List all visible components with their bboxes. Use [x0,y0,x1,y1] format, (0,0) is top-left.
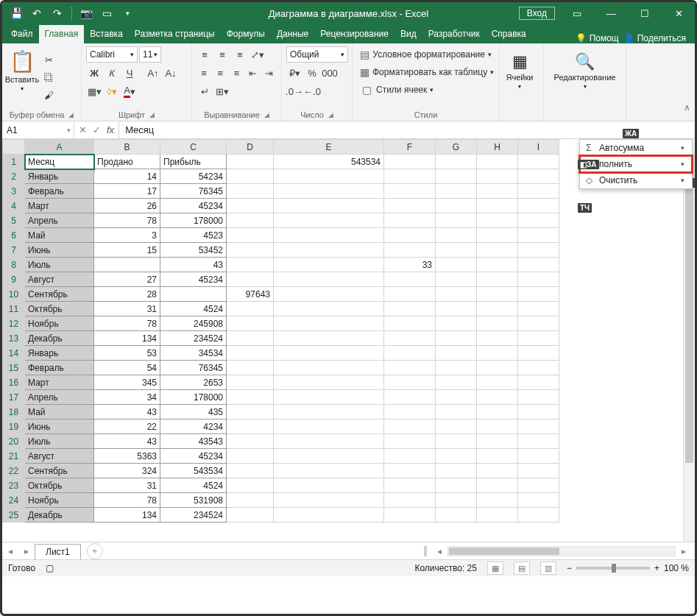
close-button[interactable]: ✕ [662,2,695,24]
borders-icon[interactable]: ▦▾ [86,83,102,99]
cell-H14[interactable] [477,346,518,361]
cell-E22[interactable] [274,464,384,478]
row-header-2[interactable]: 2 [3,169,25,184]
cell-D21[interactable] [227,449,274,464]
cell-B7[interactable]: 15 [94,243,160,258]
cell-I5[interactable] [518,213,559,228]
cell-F13[interactable] [384,331,436,346]
cell-B1[interactable]: Продано [94,155,160,169]
align-middle-icon[interactable]: ≡ [214,46,230,63]
cell-F5[interactable] [384,213,436,228]
cell-A1[interactable]: Месяц [25,155,94,169]
row-header-19[interactable]: 19 [3,419,25,434]
cell-E23[interactable] [274,478,384,493]
cell-D17[interactable] [227,390,274,405]
horizontal-scrollbar[interactable] [447,546,676,556]
conditional-format-button[interactable]: ▤Условное форматирование▾ [357,46,495,63]
cell-C13[interactable]: 234524 [160,331,227,346]
maximize-button[interactable]: ☐ [629,2,661,24]
cell-C9[interactable]: 45234 [160,272,227,287]
ribbon-options-icon[interactable]: ▭ [561,2,593,24]
cell-C15[interactable]: 76345 [160,361,227,375]
cell-D10[interactable]: 97643 [227,287,274,302]
cell-B3[interactable]: 17 [94,184,160,199]
cell-A19[interactable]: Июнь [25,419,94,434]
cell-H20[interactable] [477,434,518,449]
cell-G16[interactable] [436,375,477,390]
cell-B10[interactable]: 28 [94,287,160,302]
cell-H25[interactable] [477,508,518,523]
cell-H13[interactable] [477,331,518,346]
cell-C22[interactable]: 543534 [160,464,227,478]
font-dialog-icon[interactable]: ◢ [149,111,155,118]
wrap-text-icon[interactable]: ↵ [197,83,213,99]
cell-I2[interactable] [518,169,559,184]
cell-F12[interactable] [384,316,436,331]
cell-F24[interactable] [384,493,436,508]
cell-H23[interactable] [477,478,518,493]
cell-D20[interactable] [227,434,274,449]
view-page-break-icon[interactable]: ▥ [540,562,556,575]
cell-G15[interactable] [436,361,477,375]
cell-A22[interactable]: Сентябрь [25,464,94,478]
hscroll-left-icon[interactable]: ◂ [431,546,447,556]
cell-A13[interactable]: Декабрь [25,331,94,346]
hscroll-right-icon[interactable]: ▸ [676,546,692,556]
cell-F15[interactable] [384,361,436,375]
cell-B19[interactable]: 22 [94,419,160,434]
cell-F1[interactable] [384,155,436,169]
cell-H2[interactable] [477,169,518,184]
cell-H17[interactable] [477,390,518,405]
cell-G10[interactable] [436,287,477,302]
cell-G8[interactable] [436,258,477,272]
cell-H21[interactable] [477,449,518,464]
zoom-level[interactable]: 100 % [664,563,689,573]
align-top-icon[interactable]: ≡ [197,46,213,63]
cell-H4[interactable] [477,199,518,213]
row-header-14[interactable]: 14 [3,346,25,361]
zoom-slider[interactable] [576,567,650,570]
cell-H18[interactable] [477,405,518,419]
cell-B8[interactable] [94,258,160,272]
row-header-10[interactable]: 10 [3,287,25,302]
editing-button[interactable]: 🔍Редактирование▾ [548,46,621,95]
cell-E13[interactable] [274,331,384,346]
cell-C1[interactable]: Прибыль [160,155,227,169]
cell-F3[interactable] [384,184,436,199]
cell-A7[interactable]: Июнь [25,243,94,258]
row-header-1[interactable]: 1 [3,155,25,169]
col-header-G[interactable]: G [436,140,477,155]
cell-F21[interactable] [384,449,436,464]
cell-A24[interactable]: Ноябрь [25,493,94,508]
cell-I12[interactable] [518,316,559,331]
cell-E14[interactable] [274,346,384,361]
decrease-decimal-icon[interactable]: ←.0 [304,83,320,99]
cell-C2[interactable]: 54234 [160,169,227,184]
col-header-E[interactable]: E [274,140,384,155]
cell-I21[interactable] [518,449,559,464]
cell-G21[interactable] [436,449,477,464]
zoom-control[interactable]: − + 100 % [567,563,689,573]
cell-B22[interactable]: 324 [94,464,160,478]
cell-D1[interactable] [227,155,274,169]
cell-G7[interactable] [436,243,477,258]
cell-C6[interactable]: 4523 [160,228,227,243]
cell-F25[interactable] [384,508,436,523]
cell-C4[interactable]: 45234 [160,199,227,213]
cell-D14[interactable] [227,346,274,361]
cell-B20[interactable]: 43 [94,434,160,449]
fx-icon[interactable]: fx [107,124,114,135]
cell-E2[interactable] [274,169,384,184]
paste-button[interactable]: 📋Вставить▾ [7,46,38,95]
cell-H7[interactable] [477,243,518,258]
cell-E7[interactable] [274,243,384,258]
cell-D18[interactable] [227,405,274,419]
tab-page-layout[interactable]: Разметка страницы [129,25,221,43]
cell-G17[interactable] [436,390,477,405]
cell-B17[interactable]: 34 [94,390,160,405]
cell-B6[interactable]: 3 [94,228,160,243]
cell-B23[interactable]: 31 [94,478,160,493]
cell-E20[interactable] [274,434,384,449]
align-left-icon[interactable]: ≡ [197,65,211,81]
cell-F2[interactable] [384,169,436,184]
